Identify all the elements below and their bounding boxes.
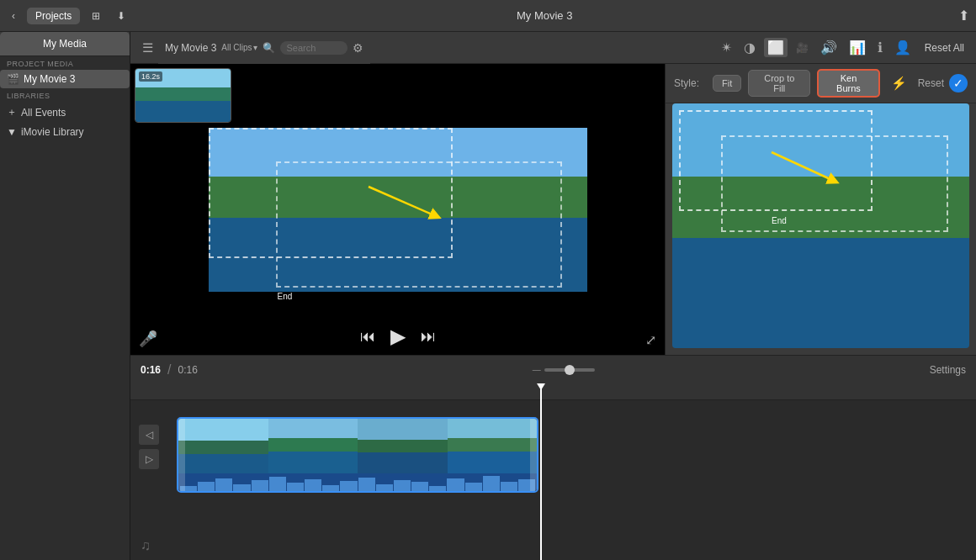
clip-frame-4 [448,419,538,473]
chevron-down-icon: ▼ [7,126,17,138]
style-label: Style: [674,77,706,89]
clip-audio [178,473,537,493]
libraries-section: LIBRARIES [0,88,130,102]
wave-bar [198,482,215,493]
info-tool[interactable]: ℹ [874,38,886,57]
skip-forward-button[interactable]: ⏭ [421,328,436,346]
timeline-clip[interactable] [177,417,538,493]
media-content: 16.2s [135,68,231,123]
timeline-playhead[interactable] [540,383,542,560]
all-clips-filter[interactable]: All Clips ▾ [221,43,257,52]
magic-wand-tool[interactable]: ✴ [718,38,735,57]
sub-tabs: My Media [0,32,130,56]
stabilize-tool[interactable]: 🎥 [793,40,812,55]
wave-bar [233,484,250,494]
flash-button[interactable]: ⚡ [887,74,911,92]
add-media-icon: ⊞ [92,10,100,22]
right-tools: ✴ ◑ ⬜ 🎥 🔊 📊 ℹ 👤 Reset All [718,38,969,57]
speed-tool[interactable]: 📊 [846,38,869,57]
clip-duration-badge: 16.2s [139,71,162,82]
current-time: 0:16 [141,364,161,376]
sidebar-item-my-movie[interactable]: 🎬 My Movie 3 [0,70,130,88]
bottom-bar: 0:16 / 0:16 — Settings [130,355,976,383]
fit-button[interactable]: Fit [713,75,741,92]
time-separator: / [167,362,171,378]
clip-thumbnail[interactable]: 16.2s [135,68,231,123]
chevron-left-icon: ‹ [12,10,15,22]
preview-canvas: End [209,128,587,292]
download-button[interactable]: ⬇ [112,8,130,24]
play-button[interactable]: ▶ [390,325,406,348]
wave-bar [305,479,321,493]
film-icon: 🎬 [7,73,19,85]
zoom-thumb[interactable] [565,365,575,375]
ken-burns-button[interactable]: Ken Burns [817,69,879,98]
left-panel: My Media PROJECT MEDIA 🎬 My Movie 3 LIBR… [0,32,130,560]
clip-frame-3 [358,419,448,473]
video-inspector-area: 16.2s End [130,64,976,355]
search-input[interactable] [280,41,347,55]
window-title: My Movie 3 [137,9,952,22]
arrow-indicator [360,178,461,229]
share-icon-button[interactable]: ⊞ [87,8,105,24]
plus-icon: ＋ [7,105,17,119]
wave-bar [429,486,446,493]
skip-back-button[interactable]: ⏮ [360,328,375,346]
wave-bar [252,480,268,493]
inspector-preview: End [672,103,969,348]
content-area: ☰ My Movie 3 All Clips ▾ 🔍 ⚙ ✴ ◑ ⬜ 🎥 🔊 📊 [130,32,976,560]
share-button[interactable]: ⬆ [958,8,969,24]
inspector-panel: Style: Fit Crop to Fill Ken Burns ⚡ Rese… [665,64,976,355]
toolbar-right: ⬆ [958,8,969,24]
reset-button[interactable]: Reset [918,77,944,89]
wave-bar [394,480,411,493]
projects-button[interactable]: Projects [27,8,80,24]
video-preview: 16.2s End [130,64,665,355]
wave-bar [411,482,428,493]
wave-bar [358,478,375,493]
person-tool[interactable]: 👤 [891,38,915,57]
wave-bar [376,484,393,494]
expand-button[interactable]: ⤢ [645,332,656,348]
wave-bar [215,478,232,493]
mic-button[interactable]: 🎤 [139,330,157,348]
settings-gear-button[interactable]: ⚙ [353,41,363,55]
back-button[interactable]: ‹ [7,8,20,24]
timeline-ruler [130,383,976,400]
search-icon: 🔍 [263,42,275,54]
clip-frame-2 [268,419,358,473]
clip-handle-left[interactable] [178,419,185,491]
inspector-actions: Reset ✓ [918,74,968,92]
svg-line-3 [772,152,834,181]
reset-all-button[interactable]: Reset All [920,40,969,56]
share-icon: ⬆ [958,8,969,23]
sidebar-item-all-events[interactable]: ＋ All Events [0,102,130,123]
audio-tool[interactable]: 🔊 [817,38,841,57]
wave-bar [322,485,339,493]
top-toolbar: ‹ Projects ⊞ ⬇ My Movie 3 ⬆ [0,0,976,32]
done-button[interactable]: ✓ [949,74,968,92]
clip-handle-right[interactable] [530,419,537,491]
color-tool[interactable]: ◑ [740,38,759,57]
zoom-slider[interactable]: — [533,365,595,374]
crop-to-fill-button[interactable]: Crop to Fill [748,70,810,97]
insp-end-label: End [772,216,787,225]
media-folder-title: My Movie 3 [165,42,216,54]
video-crop-tool[interactable]: ⬜ [764,38,788,57]
toggle-sidebar-button[interactable]: ☰ [137,38,158,58]
settings-label[interactable]: Settings [930,364,966,376]
wave-bar [340,481,357,493]
wave-bar [287,483,304,493]
clip-frames [178,419,537,473]
wave-bar [269,477,286,493]
clip-frame-1 [178,419,268,473]
zoom-track[interactable] [544,368,595,372]
sidebar-item-imovie-library[interactable]: ▼ iMovie Library [0,123,130,141]
wave-bar [483,476,500,493]
tab-my-media[interactable]: My Media [0,32,130,55]
main-area: My Media PROJECT MEDIA 🎬 My Movie 3 LIBR… [0,32,976,560]
svg-line-1 [369,187,436,216]
preview-controls: 🎤 ⏮ ▶ ⏭ ⤢ [130,318,665,355]
end-label: End [278,292,293,301]
chevron-down-icon: ▾ [253,43,257,52]
